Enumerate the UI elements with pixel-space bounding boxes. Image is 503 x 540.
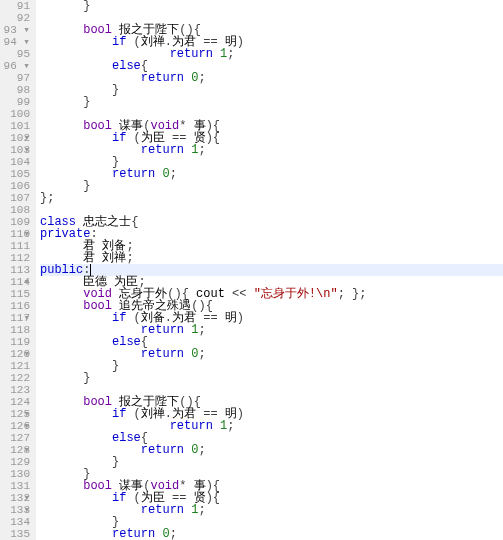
token: return — [141, 71, 184, 85]
code-line[interactable]: } — [40, 96, 503, 108]
line-number: 129 — [0, 456, 30, 468]
token: 明 — [225, 311, 237, 325]
code-line[interactable]: 君 刘禅; — [40, 252, 503, 264]
token: ; — [170, 527, 177, 540]
line-number: 121 — [0, 360, 30, 372]
token: } — [112, 455, 119, 469]
line-number: 99 — [0, 96, 30, 108]
line-number: 113 ▾ — [0, 264, 30, 276]
line-number: 119 ▾ — [0, 336, 30, 348]
token: } — [83, 0, 90, 13]
token: } — [83, 95, 90, 109]
line-number: 115 — [0, 288, 30, 300]
line-number: 132 ▾ — [0, 492, 30, 504]
code-line[interactable]: } — [40, 456, 503, 468]
token: ) — [237, 407, 244, 421]
line-number: 109 ▾ — [0, 216, 30, 228]
code-line[interactable]: } — [40, 372, 503, 384]
token: ; — [126, 251, 133, 265]
line-number: 98 — [0, 84, 30, 96]
code-line[interactable]: } — [40, 180, 503, 192]
token: ; — [198, 71, 205, 85]
line-number: 96 ▾ — [0, 60, 30, 72]
token: ; }; — [338, 287, 367, 301]
line-number: 105 — [0, 168, 30, 180]
code-line[interactable]: return 0; — [40, 528, 503, 540]
code-line[interactable]: }; — [40, 192, 503, 204]
token: return — [141, 503, 184, 517]
token: "忘身于外!\n" — [254, 287, 338, 301]
token: return — [141, 143, 184, 157]
token: } — [112, 359, 119, 373]
line-number: 114 — [0, 276, 30, 288]
line-number: 104 — [0, 156, 30, 168]
line-number: 93 ▾ — [0, 24, 30, 36]
token: return — [141, 347, 184, 361]
token: ; — [198, 347, 205, 361]
token: << — [225, 287, 254, 301]
token: ; — [227, 419, 234, 433]
token: ) — [237, 311, 244, 325]
token: return — [112, 167, 155, 181]
line-number: 107 — [0, 192, 30, 204]
token — [213, 419, 220, 433]
line-number: 97 — [0, 72, 30, 84]
line-number: 120 — [0, 348, 30, 360]
code-area[interactable]: } bool 报之于陛下(){ if (刘禅.为君 == 明) return 1… — [36, 0, 503, 540]
line-number: 106 — [0, 180, 30, 192]
line-number: 128 — [0, 444, 30, 456]
token: ; — [198, 143, 205, 157]
line-number: 117 — [0, 312, 30, 324]
token: return — [170, 419, 213, 433]
line-number: 102 ▾ — [0, 132, 30, 144]
line-number: 127 ▾ — [0, 432, 30, 444]
line-number: 94 ▾ — [0, 36, 30, 48]
token: 0 — [162, 167, 169, 181]
code-line[interactable]: } — [40, 360, 503, 372]
line-number: 124 ▾ — [0, 396, 30, 408]
line-number: 125 ▾ — [0, 408, 30, 420]
token — [213, 47, 220, 61]
token: return — [141, 443, 184, 457]
line-number: 101 ▾ — [0, 120, 30, 132]
line-number: 123 — [0, 384, 30, 396]
token: ; — [170, 167, 177, 181]
line-number: 131 ▾ — [0, 480, 30, 492]
line-number-gutter: 91 92 93 ▾94 ▾95 96 ▾97 98 99 100 101 ▾1… — [0, 0, 36, 540]
code-line[interactable]: } — [40, 84, 503, 96]
line-number: 110 — [0, 228, 30, 240]
token: ; — [198, 503, 205, 517]
token: } — [83, 179, 90, 193]
token: { — [131, 215, 138, 229]
code-line[interactable]: return 0; — [40, 168, 503, 180]
token: }; — [40, 191, 54, 205]
line-number: 122 — [0, 372, 30, 384]
line-number: 133 — [0, 504, 30, 516]
token: return — [112, 527, 155, 540]
line-number: 116 ▾ — [0, 300, 30, 312]
line-number: 100 — [0, 108, 30, 120]
code-editor[interactable]: 91 92 93 ▾94 ▾95 96 ▾97 98 99 100 101 ▾1… — [0, 0, 503, 540]
line-number: 135 — [0, 528, 30, 540]
line-number: 126 — [0, 420, 30, 432]
line-number: 130 — [0, 468, 30, 480]
token: } — [112, 83, 119, 97]
token: return — [170, 47, 213, 61]
token: ) — [237, 35, 244, 49]
token: ; — [198, 443, 205, 457]
line-number: 92 — [0, 12, 30, 24]
line-number: 103 — [0, 144, 30, 156]
code-line[interactable]: class 忠志之士{ — [40, 216, 503, 228]
token: ; — [198, 323, 205, 337]
line-number: 112 — [0, 252, 30, 264]
line-number: 111 — [0, 240, 30, 252]
line-number: 118 — [0, 324, 30, 336]
token: ; — [227, 47, 234, 61]
line-number: 95 — [0, 48, 30, 60]
line-number: 91 — [0, 0, 30, 12]
token: ){ — [206, 491, 220, 505]
line-number: 108 — [0, 204, 30, 216]
token: } — [83, 371, 90, 385]
line-number: 134 — [0, 516, 30, 528]
code-line[interactable]: } — [40, 0, 503, 12]
